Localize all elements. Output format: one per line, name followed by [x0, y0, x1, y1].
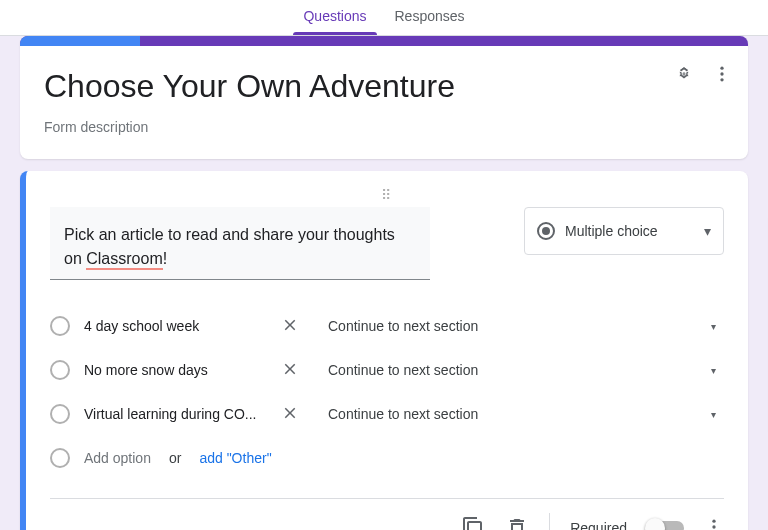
question-text-part2: !: [163, 250, 167, 267]
option-label[interactable]: No more snow days: [84, 362, 264, 378]
drag-handle-icon[interactable]: ⠿: [50, 187, 724, 203]
form-description[interactable]: Form description: [44, 119, 724, 135]
tabs-bar: Questions Responses: [0, 0, 768, 36]
goto-label: Continue to next section: [328, 406, 478, 422]
delete-icon[interactable]: [505, 516, 529, 530]
more-vert-icon[interactable]: [704, 517, 724, 531]
or-text: or: [169, 450, 181, 466]
goto-dropdown[interactable]: Continue to next section▾: [316, 406, 724, 422]
radio-empty-icon: [50, 404, 70, 424]
collapse-icon[interactable]: [674, 64, 694, 87]
question-footer: Required: [50, 509, 724, 530]
option-label[interactable]: 4 day school week: [84, 318, 264, 334]
question-text-underlined: Classroom: [86, 250, 162, 270]
svg-point-2: [720, 78, 723, 81]
divider: [50, 498, 724, 499]
radio-empty-icon: [50, 316, 70, 336]
required-toggle[interactable]: [647, 521, 684, 530]
remove-option-icon[interactable]: [278, 316, 302, 337]
svg-point-1: [720, 72, 723, 75]
option-label[interactable]: Virtual learning during CO...: [84, 406, 264, 422]
radio-empty-icon: [50, 360, 70, 380]
svg-point-0: [720, 67, 723, 70]
add-option-button[interactable]: Add option: [84, 450, 151, 466]
tab-responses[interactable]: Responses: [381, 0, 479, 35]
remove-option-icon[interactable]: [278, 360, 302, 381]
goto-label: Continue to next section: [328, 362, 478, 378]
duplicate-icon[interactable]: [461, 516, 485, 530]
option-row: Virtual learning during CO... Continue t…: [50, 392, 724, 436]
options-list: 4 day school week Continue to next secti…: [50, 304, 724, 480]
svg-point-4: [712, 525, 715, 528]
question-text-input[interactable]: Pick an article to read and share your t…: [50, 207, 430, 280]
tab-questions[interactable]: Questions: [289, 0, 380, 35]
add-option-row: Add option or add "Other": [50, 436, 724, 480]
option-row: No more snow days Continue to next secti…: [50, 348, 724, 392]
radio-icon: [537, 222, 555, 240]
caret-down-icon: ▾: [711, 409, 716, 420]
separator: [549, 513, 550, 530]
add-other-button[interactable]: add "Other": [199, 450, 271, 466]
question-type-label: Multiple choice: [565, 223, 704, 239]
remove-option-icon[interactable]: [278, 404, 302, 425]
form-header-card: Choose Your Own Adventure Form descripti…: [20, 36, 748, 159]
form-title[interactable]: Choose Your Own Adventure: [44, 68, 724, 105]
option-row: 4 day school week Continue to next secti…: [50, 304, 724, 348]
required-label: Required: [570, 520, 627, 530]
question-type-dropdown[interactable]: Multiple choice ▾: [524, 207, 724, 255]
goto-label: Continue to next section: [328, 318, 478, 334]
svg-point-3: [712, 519, 715, 522]
question-card: ⠿ Pick an article to read and share your…: [20, 171, 748, 530]
caret-down-icon: ▾: [711, 321, 716, 332]
caret-down-icon: ▾: [711, 365, 716, 376]
goto-dropdown[interactable]: Continue to next section▾: [316, 318, 724, 334]
goto-dropdown[interactable]: Continue to next section▾: [316, 362, 724, 378]
radio-empty-icon: [50, 448, 70, 468]
more-vert-icon[interactable]: [712, 64, 732, 87]
caret-down-icon: ▾: [704, 223, 711, 239]
